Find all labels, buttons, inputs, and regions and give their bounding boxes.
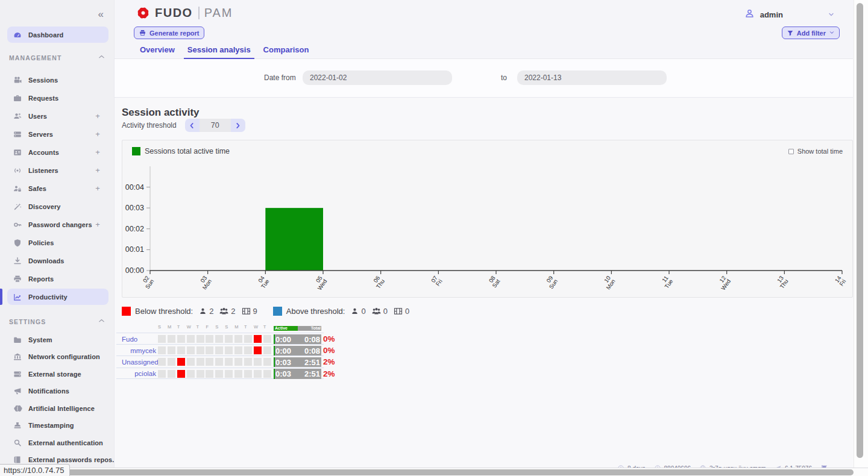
sidebar-item-discovery[interactable]: Discovery xyxy=(7,198,108,215)
sidebar-item-label: Listeners xyxy=(28,167,58,174)
day-cell xyxy=(177,335,185,343)
tab-session-analysis[interactable]: Session analysis xyxy=(184,45,254,58)
add-filter-chevron-down-icon xyxy=(829,30,835,37)
sidebar-item-productivity[interactable]: Productivity xyxy=(7,289,108,305)
below-threshold-count: 9 xyxy=(242,307,257,316)
sidebar-item-servers[interactable]: Servers+ xyxy=(7,126,108,142)
sidebar-item-policies[interactable]: Policies xyxy=(7,234,108,251)
day-cell xyxy=(206,346,213,354)
sidebar-item-label: External passwords repos... xyxy=(28,456,115,463)
sidebar-item-label: External storage xyxy=(28,371,81,378)
external-storage-icon xyxy=(13,369,22,379)
activity-row-name[interactable]: mmycek xyxy=(122,347,156,354)
expand-plus-icon[interactable]: + xyxy=(95,130,100,139)
chart-legend: Sessions total active time xyxy=(132,147,230,155)
user-menu-chevron-down-icon[interactable] xyxy=(828,10,835,20)
date-to-input[interactable] xyxy=(517,70,667,85)
horizontal-scrollbar[interactable] xyxy=(0,468,868,476)
show-total-time-checkbox[interactable]: Show total time xyxy=(788,148,843,155)
day-letter: T xyxy=(197,324,206,330)
fudo-logo-icon xyxy=(136,5,151,20)
total-header-label: Total xyxy=(311,326,321,331)
day-cell xyxy=(197,358,204,366)
downloads-icon xyxy=(13,256,22,266)
sidebar-item-dashboard[interactable]: Dashboard xyxy=(7,27,108,43)
checkbox-box[interactable] xyxy=(788,149,794,154)
expand-plus-icon[interactable]: + xyxy=(95,184,100,193)
sidebar-item-listeners[interactable]: Listeners+ xyxy=(7,162,108,178)
users-nav-icon xyxy=(13,111,22,121)
users-icon xyxy=(219,307,231,316)
user-menu[interactable]: admin xyxy=(744,8,835,21)
generate-report-label: Generate report xyxy=(149,30,200,37)
active-total-bar: 0:000:08 xyxy=(274,334,321,345)
activity-row-name[interactable]: Fudo xyxy=(122,336,156,343)
sidebar-item-requests[interactable]: Requests xyxy=(7,90,108,106)
day-cell xyxy=(263,335,271,343)
day-letter: M xyxy=(168,324,177,330)
users-icon xyxy=(372,307,383,316)
day-cell xyxy=(187,335,195,343)
sidebar-item-timestamping[interactable]: Timestamping xyxy=(7,418,108,434)
sidebar-item-safes[interactable]: Safes+ xyxy=(7,180,108,196)
section-collapse-chevron-up-icon[interactable] xyxy=(98,317,105,326)
vertical-scrollbar-thumb[interactable] xyxy=(857,3,863,458)
active-ratio-sliver xyxy=(274,346,275,356)
user-icon xyxy=(351,307,361,315)
day-cell xyxy=(158,358,166,366)
tab-comparison[interactable]: Comparison xyxy=(260,45,313,58)
horizontal-scrollbar-thumb[interactable] xyxy=(3,469,854,475)
sidebar-item-reports[interactable]: Reports xyxy=(7,271,108,287)
sidebar-item-external-authentication[interactable]: External authentication xyxy=(7,434,108,451)
external-passwords-icon xyxy=(13,455,22,465)
sidebar-item-network-configuration[interactable]: Network configuration xyxy=(7,349,108,365)
day-cell xyxy=(215,346,223,354)
below-threshold-count: 2 xyxy=(219,307,235,316)
sidebar-item-artificial-intelligence[interactable]: Artificial Intelligence xyxy=(7,400,108,416)
sidebar-item-downloads[interactable]: Downloads xyxy=(7,252,108,269)
sidebar-item-label: Requests xyxy=(28,95,58,102)
generate-report-button[interactable]: Generate report xyxy=(134,27,204,39)
tab-overview[interactable]: Overview xyxy=(136,45,178,58)
sidebar-item-system[interactable]: System xyxy=(7,331,108,348)
section-collapse-chevron-up-icon[interactable] xyxy=(98,53,105,62)
expand-plus-icon[interactable]: + xyxy=(95,166,100,175)
sidebar-section-label: MANAGEMENT xyxy=(9,54,61,61)
active-time: 0:03 xyxy=(275,369,291,378)
active-percent: 0% xyxy=(323,346,335,355)
day-cell xyxy=(215,335,223,343)
sidebar-item-password-changers[interactable]: Password changers+ xyxy=(7,216,108,233)
sidebar-collapse-icon[interactable]: « xyxy=(98,8,104,20)
activity-table: SMTWTFSSMTWTActiveTotalFudo0:000:080%mmy… xyxy=(115,324,324,379)
day-letter: W xyxy=(187,324,197,330)
vertical-scrollbar[interactable] xyxy=(854,0,868,468)
activity-row-name[interactable]: pciolak xyxy=(122,370,156,377)
notifications-icon xyxy=(13,386,22,396)
sidebar-item-users[interactable]: Users+ xyxy=(7,108,108,124)
policies-icon xyxy=(13,238,22,248)
expand-plus-icon[interactable]: + xyxy=(95,148,100,157)
day-cells xyxy=(158,358,273,366)
sidebar-item-accounts[interactable]: Accounts+ xyxy=(7,144,108,160)
artificial-intelligence-icon xyxy=(13,404,22,413)
threshold-value: 70 xyxy=(200,119,231,132)
sidebar-item-notifications[interactable]: Notifications xyxy=(7,383,108,399)
activity-row-name[interactable]: Unassigned xyxy=(122,359,156,366)
link-url-tooltip: https://10.0.74.75 xyxy=(0,464,70,476)
sidebar-item-label: Discovery xyxy=(28,203,61,210)
active-time: 0:00 xyxy=(275,346,291,355)
date-from-input[interactable] xyxy=(303,70,452,85)
active-total-bar: 0:000:08 xyxy=(274,346,321,356)
threshold-decrease-button[interactable] xyxy=(185,119,200,132)
threshold-increase-button[interactable] xyxy=(231,119,245,132)
add-filter-button[interactable]: Add filter xyxy=(782,27,840,39)
day-cell xyxy=(168,370,175,378)
sidebar-item-sessions[interactable]: Sessions xyxy=(7,72,108,88)
reports-icon xyxy=(13,274,22,284)
sidebar-item-label: Password changers xyxy=(28,221,92,228)
sidebar-item-external-storage[interactable]: External storage xyxy=(7,366,108,382)
expand-plus-icon[interactable]: + xyxy=(95,220,100,229)
person-outline-icon xyxy=(744,8,755,19)
activity-table-header: SMTWTFSSMTWTActiveTotal xyxy=(115,324,324,333)
expand-plus-icon[interactable]: + xyxy=(95,111,100,121)
